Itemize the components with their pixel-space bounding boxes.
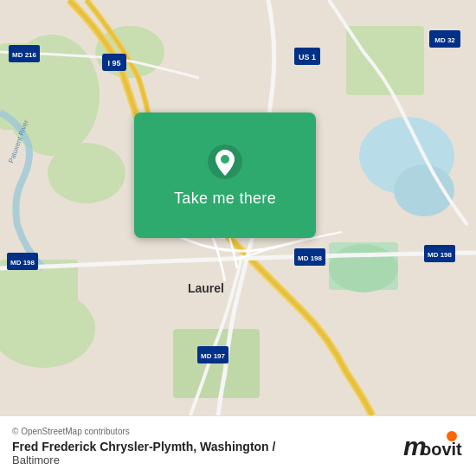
location-pin-icon [206, 143, 244, 181]
svg-point-12 [48, 143, 125, 203]
svg-text:Laurel: Laurel [188, 281, 224, 295]
moovit-logo-svg: m oovit [403, 431, 464, 462]
take-me-there-label: Take me there [174, 190, 276, 208]
svg-text:I 95: I 95 [107, 59, 120, 68]
osm-attribution: © OpenStreetMap contributors [12, 427, 275, 436]
svg-text:MD 197: MD 197 [201, 352, 226, 360]
map-area: Patuxent River I 95 I 95 US 1 [0, 0, 476, 415]
svg-point-8 [329, 244, 398, 293]
svg-text:MD 32: MD 32 [434, 36, 455, 44]
bottom-info-bar: © OpenStreetMap contributors Fred Freder… [0, 415, 476, 476]
svg-point-34 [221, 155, 229, 164]
svg-text:MD 216: MD 216 [12, 51, 37, 59]
moovit-logo: m oovit [403, 431, 464, 462]
svg-rect-4 [346, 26, 424, 95]
location-info: © OpenStreetMap contributors Fred Freder… [12, 427, 275, 466]
svg-text:oovit: oovit [421, 440, 462, 459]
svg-text:MD 198: MD 198 [428, 251, 453, 259]
svg-text:US 1: US 1 [299, 53, 316, 61]
location-city: Baltimore [12, 453, 275, 466]
location-name: Fred Frederick Chrysler-Plymth, Washingt… [12, 440, 275, 453]
svg-text:MD 198: MD 198 [10, 259, 35, 267]
svg-text:MD 198: MD 198 [298, 254, 323, 262]
take-me-there-button[interactable]: Take me there [134, 113, 316, 238]
